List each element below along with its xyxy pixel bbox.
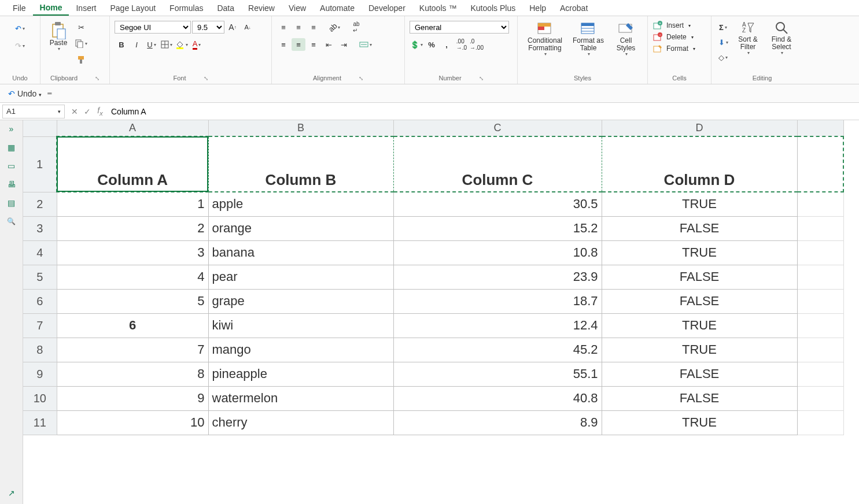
cell-C3[interactable]: 15.2 <box>393 216 602 240</box>
cell-B1[interactable]: Column B <box>208 136 393 192</box>
cell-E5[interactable] <box>797 265 843 289</box>
side-expand-icon[interactable]: » <box>6 124 17 134</box>
tab-kutools-plus[interactable]: Kutools Plus <box>463 1 522 15</box>
tab-view[interactable]: View <box>282 1 313 15</box>
side-nav-icon[interactable]: ▦ <box>6 142 17 153</box>
row-header-4[interactable]: 4 <box>23 240 57 265</box>
format-as-table-button[interactable]: Format as Table <box>569 18 608 60</box>
col-header-B[interactable]: B <box>208 120 393 136</box>
cell-D3[interactable]: FALSE <box>602 216 797 240</box>
tab-help[interactable]: Help <box>522 1 553 15</box>
cell-E2[interactable] <box>797 192 843 216</box>
fill-color-button[interactable] <box>175 38 189 51</box>
increase-decimal-button[interactable]: .00→.0 <box>455 38 469 51</box>
align-top-button[interactable]: ≡ <box>276 21 290 34</box>
align-right-button[interactable]: ≡ <box>307 38 320 51</box>
underline-button[interactable]: U <box>145 38 158 51</box>
fill-button[interactable]: ⬇ <box>716 36 730 49</box>
cell-D7[interactable]: TRUE <box>602 313 797 338</box>
cell-B10[interactable]: watermelon <box>208 386 393 410</box>
cell-E1[interactable] <box>797 136 843 192</box>
row-header-5[interactable]: 5 <box>23 265 57 289</box>
cell-A9[interactable]: 8 <box>57 362 208 386</box>
font-size-select[interactable]: 9.5 <box>192 21 224 34</box>
cell-E6[interactable] <box>797 289 843 313</box>
cell-D1[interactable]: Column D <box>602 136 797 192</box>
increase-indent-button[interactable]: ⇥ <box>337 38 351 51</box>
cell-C8[interactable]: 45.2 <box>393 338 602 362</box>
cell-A6[interactable]: 5 <box>57 289 208 313</box>
tab-automate[interactable]: Automate <box>313 1 362 15</box>
cell-A5[interactable]: 4 <box>57 265 208 289</box>
number-format-select[interactable]: General <box>410 21 509 34</box>
cell-E11[interactable] <box>797 410 843 435</box>
cancel-formula-button[interactable]: ✕ <box>68 107 81 116</box>
row-header-9[interactable]: 9 <box>23 362 57 386</box>
cell-E4[interactable] <box>797 240 843 265</box>
qat-undo-button[interactable]: ↶ Undo ▾ <box>8 89 42 98</box>
number-launcher-icon[interactable]: ⤡ <box>479 75 484 81</box>
font-name-select[interactable]: Segoe UI <box>115 21 191 34</box>
align-left-button[interactable]: ≡ <box>276 38 290 51</box>
cell-D4[interactable]: TRUE <box>602 240 797 265</box>
formula-input[interactable] <box>106 105 859 118</box>
col-header-A[interactable]: A <box>57 120 208 136</box>
clear-button[interactable]: ◇ <box>716 51 730 64</box>
cell-B5[interactable]: pear <box>208 265 393 289</box>
cell-C9[interactable]: 55.1 <box>393 362 602 386</box>
cell-B3[interactable]: orange <box>208 216 393 240</box>
cell-D5[interactable]: FALSE <box>602 265 797 289</box>
cell-B4[interactable]: banana <box>208 240 393 265</box>
tab-formulas[interactable]: Formulas <box>163 1 210 15</box>
row-header-7[interactable]: 7 <box>23 313 57 338</box>
tab-page-layout[interactable]: Page Layout <box>103 1 163 15</box>
col-header-D[interactable]: D <box>602 120 797 136</box>
borders-button[interactable] <box>160 38 174 51</box>
alignment-launcher-icon[interactable]: ⤡ <box>359 75 363 81</box>
format-painter-button[interactable] <box>74 53 88 66</box>
conditional-formatting-button[interactable]: Conditional Formatting <box>522 18 567 60</box>
cell-C5[interactable]: 23.9 <box>393 265 602 289</box>
tab-developer[interactable]: Developer <box>362 1 412 15</box>
percent-button[interactable]: % <box>425 38 438 51</box>
enter-formula-button[interactable]: ✓ <box>81 107 94 116</box>
cell-D9[interactable]: FALSE <box>602 362 797 386</box>
increase-font-button[interactable]: A↑ <box>226 21 239 34</box>
cell-A8[interactable]: 7 <box>57 338 208 362</box>
cell-D6[interactable]: FALSE <box>602 289 797 313</box>
cell-styles-button[interactable]: Cell Styles <box>609 18 643 60</box>
row-header-1[interactable]: 1 <box>23 136 57 192</box>
tab-file[interactable]: File <box>6 1 33 15</box>
cell-C4[interactable]: 10.8 <box>393 240 602 265</box>
align-bottom-button[interactable]: ≡ <box>307 21 320 34</box>
cell-B9[interactable]: pineapple <box>208 362 393 386</box>
cut-button[interactable]: ✂ <box>74 21 88 34</box>
row-header-11[interactable]: 11 <box>23 410 57 435</box>
row-header-6[interactable]: 6 <box>23 289 57 313</box>
autosum-button[interactable]: Σ <box>716 21 730 34</box>
side-popout-icon[interactable]: ↗ <box>6 488 17 498</box>
side-find-icon[interactable]: 🔍 <box>6 216 17 227</box>
cell-A1[interactable]: Column A <box>57 136 208 192</box>
wrap-text-button[interactable]: ab↵ <box>349 21 363 34</box>
cell-E9[interactable] <box>797 362 843 386</box>
col-header-C[interactable]: C <box>393 120 602 136</box>
cell-A3[interactable]: 2 <box>57 216 208 240</box>
accounting-format-button[interactable]: 💲 <box>410 38 423 51</box>
tab-insert[interactable]: Insert <box>69 1 103 15</box>
cell-B11[interactable]: cherry <box>208 410 393 435</box>
copy-button[interactable] <box>74 37 88 50</box>
tab-home[interactable]: Home <box>33 1 69 16</box>
cell-B8[interactable]: mango <box>208 338 393 362</box>
decrease-indent-button[interactable]: ⇤ <box>322 38 336 51</box>
cell-C10[interactable]: 40.8 <box>393 386 602 410</box>
cell-D2[interactable]: TRUE <box>602 192 797 216</box>
cell-E10[interactable] <box>797 386 843 410</box>
qat-customize-button[interactable]: ═ <box>47 90 51 97</box>
find-select-button[interactable]: Find & Select <box>766 18 797 58</box>
sort-filter-button[interactable]: AZSort & Filter <box>732 18 764 58</box>
cell-C11[interactable]: 8.9 <box>393 410 602 435</box>
cell-E7[interactable] <box>797 313 843 338</box>
cell-E8[interactable] <box>797 338 843 362</box>
row-header-3[interactable]: 3 <box>23 216 57 240</box>
